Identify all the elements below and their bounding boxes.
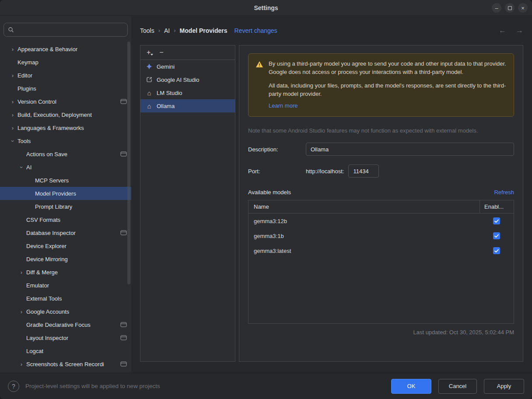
- port-input[interactable]: [348, 164, 379, 178]
- port-row: Port: http://localhost:: [248, 164, 514, 178]
- model-enabled-checkbox[interactable]: [493, 247, 500, 254]
- sidebar-item-logcat[interactable]: Logcat: [0, 344, 131, 357]
- maximize-button[interactable]: [505, 3, 514, 13]
- sidebar-item-plugins[interactable]: Plugins: [0, 82, 131, 95]
- search-input[interactable]: [17, 27, 123, 33]
- lm-studio-icon: ⌂: [146, 89, 153, 97]
- model-name: gemma3:12b: [248, 218, 480, 224]
- question-icon: ?: [12, 383, 15, 390]
- sidebar-item-csv-formats[interactable]: CSV Formats: [0, 213, 131, 226]
- provider-item-lm-studio[interactable]: ⌂ LM Studio: [140, 86, 235, 99]
- screen-icon: [120, 151, 127, 157]
- available-models-header: Available models Refresh: [248, 189, 514, 196]
- dialog-buttons: OK Cancel Apply: [391, 379, 524, 394]
- sidebar-item-layout-inspector[interactable]: Layout Inspector: [0, 331, 131, 344]
- settings-tree: ›Appearance & Behavior Keymap ›Editor Pl…: [0, 42, 131, 373]
- last-updated-text: Last updated: Oct 30, 2025, 5:02:44 PM: [248, 329, 514, 336]
- sidebar-item-screenshots-screen-recording[interactable]: ›Screenshots & Screen Recordi: [0, 357, 131, 371]
- revert-changes-link[interactable]: Revert changes: [234, 27, 277, 34]
- chevron-right-icon: ›: [8, 112, 18, 118]
- apply-button[interactable]: Apply: [484, 379, 524, 394]
- table-row[interactable]: gemma3:1b: [248, 228, 514, 243]
- settings-search[interactable]: [4, 23, 128, 37]
- column-header-name: Name: [248, 200, 480, 213]
- column-header-enabled: Enabl...: [480, 200, 514, 213]
- ollama-icon: ⌂: [146, 102, 153, 110]
- sidebar-item-device-explorer[interactable]: Device Explorer: [0, 239, 131, 252]
- sidebar-item-build-execution-deployment[interactable]: ›Build, Execution, Deployment: [0, 108, 131, 121]
- breadcrumb-separator-icon: ›: [174, 27, 175, 34]
- sidebar-item-keymap[interactable]: Keymap: [0, 56, 131, 69]
- sidebar-item-gradle-declarative-focus[interactable]: Gradle Declarative Focus: [0, 318, 131, 331]
- sidebar-scrollbar[interactable]: [127, 42, 130, 284]
- table-row[interactable]: gemma3:latest: [248, 243, 514, 258]
- warning-text: By using a third-party model you agree t…: [269, 60, 507, 110]
- description-row: Description:: [248, 143, 514, 156]
- provider-item-google-ai-studio[interactable]: Google AI Studio: [140, 73, 235, 86]
- gemini-icon: [146, 63, 153, 70]
- cancel-button[interactable]: Cancel: [438, 379, 477, 394]
- settings-sidebar: ›Appearance & Behavior Keymap ›Editor Pl…: [0, 16, 131, 373]
- close-button[interactable]: ×: [518, 3, 528, 13]
- chevron-right-icon: ›: [8, 46, 18, 52]
- help-button[interactable]: ?: [8, 381, 19, 392]
- breadcrumb-ai[interactable]: AI: [164, 27, 170, 34]
- description-input[interactable]: [306, 143, 514, 156]
- model-name: gemma3:1b: [248, 233, 480, 239]
- breadcrumb: Tools › AI › Model Providers Revert chan…: [131, 16, 532, 45]
- warning-paragraph-1: By using a third-party model you agree t…: [269, 60, 507, 77]
- window-controls: – ×: [492, 3, 528, 13]
- dialog-footer: ? Project-level settings will be applied…: [0, 373, 532, 399]
- sidebar-item-model-providers[interactable]: Model Providers: [0, 187, 131, 200]
- sidebar-item-appearance-behavior[interactable]: ›Appearance & Behavior: [0, 42, 131, 56]
- sidebar-item-prompt-library[interactable]: Prompt Library: [0, 200, 131, 213]
- sidebar-item-database-inspector[interactable]: Database Inspector: [0, 226, 131, 239]
- sidebar-item-external-tools[interactable]: External Tools: [0, 292, 131, 305]
- sidebar-item-diff-merge[interactable]: ›Diff & Merge: [0, 266, 131, 279]
- sidebar-item-emulator[interactable]: Emulator: [0, 279, 131, 292]
- back-icon[interactable]: ←: [499, 26, 506, 35]
- chevron-right-icon: ›: [17, 361, 26, 368]
- ok-button[interactable]: OK: [391, 379, 431, 394]
- forward-icon[interactable]: →: [516, 26, 523, 35]
- sidebar-item-version-control[interactable]: ›Version Control: [0, 95, 131, 108]
- project-level-hint: Project-level settings will be applied t…: [25, 383, 160, 389]
- sidebar-item-editor[interactable]: ›Editor: [0, 69, 131, 82]
- sidebar-item-mcp-servers[interactable]: MCP Servers: [0, 174, 131, 187]
- sidebar-item-google-accounts[interactable]: ›Google Accounts: [0, 305, 131, 318]
- google-ai-studio-icon: [146, 77, 153, 83]
- available-models-label: Available models: [248, 189, 291, 196]
- provider-item-ollama[interactable]: ⌂ Ollama: [140, 99, 235, 112]
- remove-provider-button[interactable]: −: [159, 49, 163, 56]
- breadcrumb-tools[interactable]: Tools: [140, 27, 154, 34]
- sidebar-item-device-mirroring[interactable]: Device Mirroring: [0, 252, 131, 266]
- learn-more-link[interactable]: Learn more: [269, 102, 298, 110]
- sidebar-item-actions-on-save[interactable]: Actions on Save: [0, 147, 131, 161]
- warning-paragraph-2: All data, including your files, prompts,…: [269, 82, 507, 98]
- sidebar-item-languages-frameworks[interactable]: ›Languages & Frameworks: [0, 121, 131, 134]
- model-enabled-checkbox[interactable]: [493, 232, 500, 239]
- model-enabled-checkbox[interactable]: [493, 217, 500, 224]
- checkmark-icon: [494, 219, 499, 223]
- minimize-button[interactable]: –: [492, 3, 501, 13]
- chevron-right-icon: ›: [8, 98, 18, 105]
- screen-icon: [120, 335, 127, 340]
- maximize-icon: [508, 6, 512, 10]
- history-nav: ← →: [499, 26, 523, 35]
- provider-toolbar: + −: [140, 46, 235, 60]
- provider-item-gemini[interactable]: Gemini: [140, 60, 235, 73]
- models-table: Name Enabl... gemma3:12b gemma3:1b gemma…: [248, 200, 514, 324]
- sidebar-item-tools[interactable]: ›Tools: [0, 134, 131, 147]
- chevron-right-icon: ›: [17, 308, 26, 315]
- minimize-icon: –: [495, 5, 498, 11]
- sidebar-item-ai[interactable]: ›AI: [0, 161, 131, 174]
- chevron-down-icon: ›: [8, 138, 18, 144]
- add-provider-button[interactable]: +: [147, 49, 150, 56]
- screen-icon: [120, 322, 127, 327]
- table-row[interactable]: gemma3:12b: [248, 214, 514, 228]
- refresh-link[interactable]: Refresh: [494, 189, 514, 196]
- provider-list-panel: + − Gemini Google AI Studio ⌂ LM Studio: [140, 45, 235, 362]
- settings-window: Settings – × ›Appearance & Behavior Keym…: [0, 0, 532, 399]
- search-icon: [8, 27, 14, 33]
- main-content: Tools › AI › Model Providers Revert chan…: [131, 16, 532, 373]
